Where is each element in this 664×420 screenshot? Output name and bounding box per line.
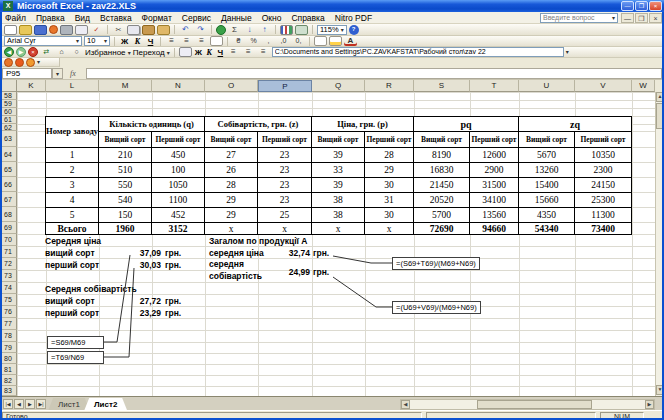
close-button[interactable]: × xyxy=(649,1,662,11)
row-header-80[interactable]: 80 xyxy=(0,353,17,364)
italic-button[interactable]: К xyxy=(132,37,143,46)
scroll-left-icon[interactable]: ◀ xyxy=(401,400,410,409)
name-box[interactable]: P95 xyxy=(2,68,52,79)
vertical-scrollbar[interactable]: ▲ ▼ xyxy=(655,92,664,396)
row-header-67[interactable]: 67 xyxy=(0,192,17,207)
column-header-V[interactable]: V xyxy=(575,80,632,92)
new-document-icon[interactable] xyxy=(4,25,17,35)
stop-icon[interactable]: × xyxy=(28,47,38,57)
row-header-82[interactable]: 82 xyxy=(0,375,17,386)
column-header-Q[interactable]: Q xyxy=(312,80,365,92)
nitro-create-pdf-icon[interactable] xyxy=(4,58,13,67)
sort-descending-icon[interactable]: ↑ xyxy=(258,25,271,35)
horizontal-scroll-thumb[interactable] xyxy=(477,400,592,409)
workbook-restore-button[interactable]: ❐ xyxy=(635,13,648,23)
column-header-U[interactable]: U xyxy=(519,80,575,92)
cut-icon[interactable]: ✂ xyxy=(112,25,125,35)
scroll-up-icon[interactable]: ▲ xyxy=(656,92,664,102)
menu-item-Справка[interactable]: Справка xyxy=(286,12,329,24)
align-center-icon[interactable]: ≡ xyxy=(180,36,193,46)
insert-function-button[interactable]: fx xyxy=(70,68,84,79)
show-toolbar-icon[interactable] xyxy=(179,47,192,57)
row-header-58[interactable]: 58 xyxy=(0,92,17,100)
align-center-icon-2[interactable]: ≡ xyxy=(242,47,255,57)
underline-button[interactable]: Ч xyxy=(145,37,156,46)
font-name-combo[interactable]: Arial Cyr ▾ xyxy=(4,36,82,46)
row-header-77[interactable]: 77 xyxy=(0,318,17,330)
refresh-icon[interactable]: ⇄ xyxy=(40,47,53,57)
borders-icon[interactable] xyxy=(314,36,327,46)
menu-item-Формат[interactable]: Формат xyxy=(137,12,177,24)
row-header-65[interactable]: 65 xyxy=(0,162,17,177)
formula-callout-cost-overall[interactable]: =(U69+V69)/(M69+N69) xyxy=(392,301,481,314)
row-header-63[interactable]: 63 xyxy=(0,131,17,147)
bold-button-2[interactable]: Ж xyxy=(194,48,203,57)
toolbar-options-icon[interactable]: ▾ xyxy=(37,58,40,66)
row-header-71[interactable]: 71 xyxy=(0,246,17,258)
nitro-convert-icon[interactable] xyxy=(15,58,24,67)
align-left-icon[interactable]: ≡ xyxy=(165,36,178,46)
scroll-down-icon[interactable]: ▼ xyxy=(656,385,664,395)
workbook-minimize-button[interactable]: — xyxy=(621,13,634,23)
address-dropdown-icon[interactable]: ▾ xyxy=(566,48,569,56)
format-painter-icon[interactable] xyxy=(157,25,170,35)
row-header-59[interactable]: 59 xyxy=(0,100,17,108)
back-icon[interactable]: ◀ xyxy=(4,47,14,57)
undo-icon[interactable]: ↶ xyxy=(179,25,192,35)
horizontal-scrollbar[interactable]: ◀ ▶ xyxy=(400,399,655,410)
address-combo[interactable]: C:\Documents and Settings\PC.ZAVKAFSTAT\… xyxy=(272,47,564,57)
formula-callout-price-overall[interactable]: =(S69+T69)/(M69+N69) xyxy=(392,257,480,270)
column-header-L[interactable]: L xyxy=(46,80,99,92)
chart-wizard-icon[interactable] xyxy=(280,25,293,35)
increase-decimal-icon[interactable]: ,0 xyxy=(277,36,290,46)
column-header-S[interactable]: S xyxy=(414,80,470,92)
prev-sheet-button[interactable]: ◀ xyxy=(14,399,24,409)
formula-callout-price-first[interactable]: =T69/N69 xyxy=(47,351,104,364)
menu-item-Правка[interactable]: Правка xyxy=(31,12,70,24)
row-header-70[interactable]: 70 xyxy=(0,234,17,246)
nitro-settings-icon[interactable] xyxy=(26,58,35,67)
italic-button-2[interactable]: К xyxy=(205,48,214,57)
help-icon[interactable]: ? xyxy=(349,25,359,35)
menu-item-Сервис[interactable]: Сервис xyxy=(177,12,216,24)
search-icon[interactable]: ○ xyxy=(70,47,83,57)
name-box-dropdown-icon[interactable]: ▾ xyxy=(52,68,63,79)
column-header-W[interactable]: W xyxy=(632,80,655,92)
comma-style-icon[interactable]: , xyxy=(262,36,275,46)
row-header-75[interactable]: 75 xyxy=(0,294,17,306)
row-header-68[interactable]: 68 xyxy=(0,207,17,222)
question-box[interactable]: Введите вопрос ▾ xyxy=(540,13,618,23)
zoom-combo[interactable]: 115% ▾ xyxy=(317,25,347,35)
spelling-icon[interactable]: ✓ xyxy=(90,25,103,35)
column-header-N[interactable]: N xyxy=(152,80,205,92)
menu-item-Вставка[interactable]: Вставка xyxy=(95,12,137,24)
row-header-69[interactable]: 69 xyxy=(0,222,17,234)
maximize-button[interactable]: ❐ xyxy=(635,1,648,11)
column-header-P[interactable]: P xyxy=(258,80,312,92)
bold-button[interactable]: Ж xyxy=(119,37,130,46)
formula-input[interactable] xyxy=(86,68,662,79)
nitro-pdf-icon[interactable] xyxy=(49,25,58,34)
last-sheet-button[interactable]: ▶| xyxy=(36,399,46,409)
decrease-decimal-icon[interactable]: 0, xyxy=(292,36,305,46)
row-header-72[interactable]: 72 xyxy=(0,258,17,270)
row-header-62[interactable]: 62 xyxy=(0,124,17,131)
row-header-64[interactable]: 64 xyxy=(0,147,17,162)
menu-item-Nitro PDF[interactable]: Nitro PDF xyxy=(330,12,377,24)
first-sheet-button[interactable]: |◀ xyxy=(3,399,13,409)
row-header-76[interactable]: 76 xyxy=(0,306,17,318)
go-dropdown[interactable]: Переход ▾ xyxy=(133,48,170,57)
currency-style-icon[interactable]: ₴ xyxy=(232,36,245,46)
print-preview-icon[interactable] xyxy=(75,25,88,35)
menu-item-Окно[interactable]: Окно xyxy=(257,12,287,24)
merge-center-icon[interactable] xyxy=(210,36,223,46)
column-header-O[interactable]: O xyxy=(205,80,258,92)
column-header-R[interactable]: R xyxy=(365,80,414,92)
column-header-M[interactable]: M xyxy=(99,80,152,92)
row-header-83[interactable]: 83 xyxy=(0,386,17,396)
redo-icon[interactable]: ↷ xyxy=(194,25,207,35)
print-icon[interactable] xyxy=(60,25,73,35)
hyperlink-icon[interactable] xyxy=(216,25,226,35)
drawing-icon[interactable] xyxy=(295,25,308,35)
row-header-79[interactable]: 79 xyxy=(0,342,17,353)
